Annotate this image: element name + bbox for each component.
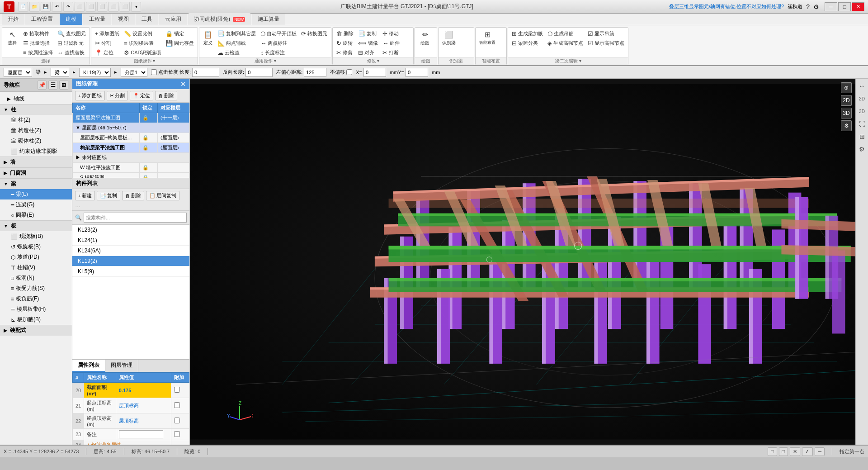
prop-select-btn[interactable]: ≡ 按属性选择	[21, 48, 55, 57]
delete-component-btn[interactable]: 🗑 删除	[122, 191, 144, 200]
tab-view[interactable]: 视图	[112, 13, 135, 25]
search-input[interactable]	[84, 213, 187, 223]
notes-input[interactable]	[119, 430, 163, 438]
auto-roof-btn[interactable]: ⬡ 自动平开顶板	[259, 29, 298, 38]
locate-panel-btn[interactable]: 📍 定位	[130, 91, 153, 100]
list-item[interactable]: KL5(9)	[72, 266, 189, 277]
prop-add[interactable]	[171, 398, 189, 413]
undo-btn[interactable]: ↶	[52, 2, 62, 12]
trim-btn[interactable]: ✂ 修剪	[335, 48, 355, 57]
nav-item-constraint[interactable]: ⬜ 约束边缘非阴影	[0, 146, 72, 157]
prop-add[interactable]	[171, 429, 189, 440]
sidebar-fullscreen-btn[interactable]: ⛶	[857, 119, 868, 129]
prop-add[interactable]	[171, 383, 189, 398]
copy-layer-btn[interactable]: 📑 复制到其它层	[216, 29, 258, 38]
viewport[interactable]: X Z Y ⊕ 2D 3D ⚙	[190, 79, 855, 445]
prop-val[interactable]: 层顶标高	[116, 398, 171, 413]
qb-btn-1[interactable]: ⬜	[75, 2, 85, 12]
nav-item-column-cap[interactable]: ⊤ 柱帽(V)	[0, 262, 72, 273]
minimize-btn[interactable]: ─	[825, 2, 837, 11]
nav-grid-btn[interactable]: ⊞	[59, 81, 68, 90]
split-btn[interactable]: ✂ 分割	[93, 39, 122, 47]
qb-btn-3[interactable]: ⬜	[97, 2, 107, 12]
beam-span-btn[interactable]: ⊟ 梁跨分类	[510, 39, 545, 47]
layer-select[interactable]: 分层1	[121, 68, 147, 77]
drawing-panel-close[interactable]: ✕	[180, 81, 186, 88]
table-row[interactable]: 屋面层板面~构架层板... 🔒 (屋面层)	[73, 133, 189, 143]
length-input[interactable]	[192, 68, 219, 77]
view-mode-btn1[interactable]: □	[768, 447, 777, 456]
show-stirrup-btn[interactable]: ☑ 显示吊筋	[586, 29, 626, 38]
table-row[interactable]: 屋面层梁平法施工图 🔒 (十一层)	[73, 113, 189, 123]
floor-select[interactable]: 屋面层	[4, 68, 32, 77]
gen-highstrength-btn[interactable]: ◈ 生成高强节点	[546, 39, 585, 47]
tab-engineering[interactable]: 工程设置	[25, 13, 59, 25]
tab-calc[interactable]: 施工算量	[252, 13, 285, 25]
prop-val-input[interactable]	[116, 429, 171, 440]
help-btn[interactable]: ?	[806, 3, 810, 10]
element-select[interactable]: KL19(2)	[79, 68, 111, 77]
layer-copy-btn[interactable]: 📋 层间复制	[146, 191, 179, 200]
table-row[interactable]: 24 + 钢筋业务属性	[73, 440, 189, 445]
nav-item-beam-g[interactable]: ━ 连梁(G)	[0, 199, 72, 210]
mirror-btn[interactable]: ⟺ 镜像	[356, 39, 380, 47]
nav-category-column[interactable]: ▼ 柱	[0, 104, 72, 115]
props-tab-list[interactable]: 属性列表	[72, 360, 105, 372]
nav-item-floor-band[interactable]: ═ 楼层板带(H)	[0, 304, 72, 314]
zoom-btn[interactable]: 2D	[841, 95, 852, 106]
nav-item-slab-haunch[interactable]: ⊾ 板加腋(B)	[0, 314, 72, 325]
add-checkbox[interactable]	[174, 387, 180, 393]
open-btn[interactable]: 📁	[29, 2, 39, 12]
gen-beam-haunch-btn[interactable]: ⊞ 生成梁加腋	[510, 29, 545, 38]
prop-val[interactable]: 0.175	[116, 383, 171, 398]
pan-btn[interactable]: ⊕	[841, 82, 852, 93]
nav-item-beam-l[interactable]: ━ 梁(L)	[0, 189, 72, 199]
table-row[interactable]: 21 起点顶标高(m) 层顶标高	[73, 398, 189, 413]
find-replace-btn[interactable]: ↔ 查找替换	[56, 48, 88, 57]
snap-checkbox[interactable]	[151, 69, 157, 75]
table-row[interactable]: ▶ 未对应图纸	[73, 153, 189, 163]
gen-stirrup-btn[interactable]: ⬡ 生成吊筋	[546, 29, 585, 38]
break-btn[interactable]: ✂ 打断	[381, 48, 401, 57]
add-checkbox[interactable]	[174, 402, 180, 408]
nav-category-door[interactable]: ▶ 门窗洞	[0, 167, 72, 178]
close-btn[interactable]: ✕	[852, 2, 864, 11]
help-link[interactable]: 叠层三维显示圆元/轴网有错位,位置不对应如何处理?	[669, 3, 784, 10]
sidebar-settings2-btn[interactable]: ⚙	[857, 144, 868, 155]
type2-select[interactable]: 梁	[51, 68, 69, 77]
add-drawing-btn[interactable]: + 添加图纸	[93, 29, 122, 38]
sidebar-grid-btn[interactable]: ⊞	[857, 131, 868, 142]
nav-pin-btn[interactable]: 📌	[38, 81, 47, 90]
qb-btn-4[interactable]: ⬜	[108, 2, 118, 12]
length-mark-btn[interactable]: ↕ 长度标注	[259, 48, 298, 57]
show-highstrength-btn[interactable]: ☑ 显示高强节点	[586, 39, 626, 47]
smart-layout-btn[interactable]: ⊞ 智能布置	[477, 29, 497, 47]
nav-item-slab-b[interactable]: ⬜ 现浇板(B)	[0, 231, 72, 242]
rotate-3d-btn[interactable]: 3D	[841, 108, 852, 119]
cloud-check-btn[interactable]: ☁ 云检查	[216, 48, 258, 57]
y-input[interactable]	[406, 68, 428, 77]
new-component-btn[interactable]: + 新建	[75, 191, 95, 200]
view-mode-close-btn[interactable]: ✕	[790, 447, 800, 456]
nav-item-masonry-col[interactable]: 🏛 砌体柱(Z)	[0, 136, 72, 146]
qb-btn-5[interactable]: ⬜	[120, 2, 130, 12]
lock-drawing-btn[interactable]: 🔒 锁定	[164, 29, 196, 38]
nav-item-rebar-s[interactable]: ≡ 板受力筋(S)	[0, 283, 72, 294]
table-row[interactable]: ▼ 屋面层 (46.15~50.7)	[73, 123, 189, 133]
nav-item-beam-e[interactable]: ○ 圆梁(E)	[0, 210, 72, 220]
delete-panel-btn[interactable]: 🗑 删除	[155, 91, 177, 100]
tab-start[interactable]: 开始	[2, 13, 24, 25]
sidebar-2d-btn[interactable]: 2D	[857, 93, 868, 104]
table-row[interactable]: 23 备注	[73, 429, 189, 440]
list-item[interactable]: KL23(2)	[72, 225, 189, 235]
rotate-btn[interactable]: ↻ 旋转	[335, 39, 355, 47]
tab-cloud[interactable]: 云应用	[159, 13, 187, 25]
nav-item-col-z[interactable]: 🏛 柱(Z)	[0, 115, 72, 125]
nav-item-ramp[interactable]: ⬡ 坡道(PD)	[0, 252, 72, 262]
maximize-btn[interactable]: □	[838, 2, 851, 11]
nav-category-slab[interactable]: ▼ 板	[0, 220, 72, 231]
save-element-btn[interactable]: 💾 圆元存盘	[164, 39, 196, 47]
prop-expandable[interactable]: + 钢筋业务属性	[84, 440, 171, 445]
select-btn[interactable]: ↖ 选择	[4, 29, 20, 47]
add-checkbox[interactable]	[174, 431, 180, 437]
